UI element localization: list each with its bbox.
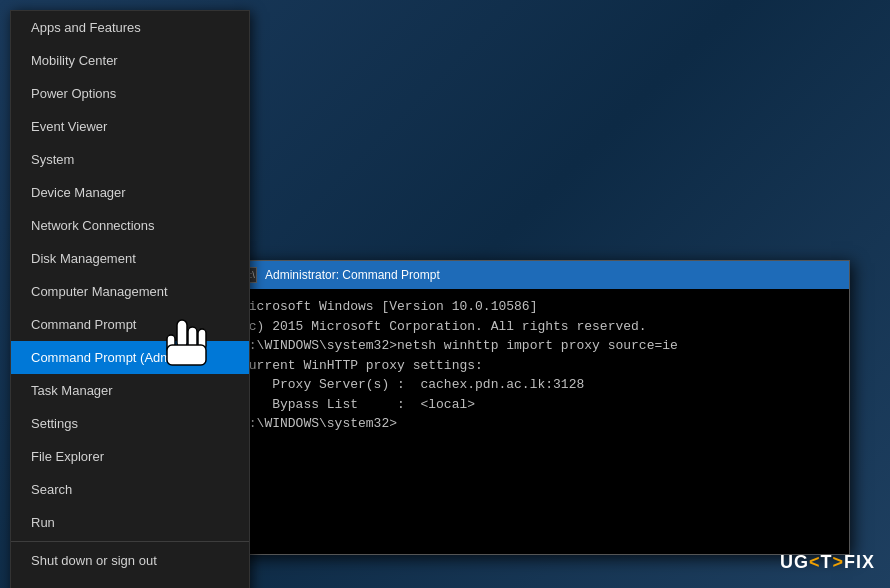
context-menu-item-device-manager[interactable]: Device Manager [11,176,249,209]
cmd-window: C:\ Administrator: Command Prompt Micros… [230,260,850,555]
cmd-content: Microsoft Windows [Version 10.0.10586](c… [231,289,849,554]
context-menu-item-mobility-center[interactable]: Mobility Center [11,44,249,77]
cmd-line: Proxy Server(s) : cachex.pdn.ac.lk:3128 [241,375,839,395]
context-menu-item-search[interactable]: Search [11,473,249,506]
watermark-arrow-right: > [832,552,844,572]
cmd-line: Microsoft Windows [Version 10.0.10586] [241,297,839,317]
watermark-arrow-left: < [809,552,821,572]
context-menu-item-network-connections[interactable]: Network Connections [11,209,249,242]
watermark-t: T [820,552,832,572]
svg-rect-4 [167,345,206,365]
cmd-line: Current WinHTTP proxy settings: [241,356,839,376]
context-menu-item-disk-management[interactable]: Disk Management [11,242,249,275]
cmd-line: C:\WINDOWS\system32> [241,414,839,434]
context-menu-item-event-viewer[interactable]: Event Viewer [11,110,249,143]
cmd-line: (c) 2015 Microsoft Corporation. All righ… [241,317,839,337]
context-menu-item-apps-features[interactable]: Apps and Features [11,11,249,44]
context-menu-item-run[interactable]: Run [11,506,249,539]
cmd-line: C:\WINDOWS\system32>netsh winhttp import… [241,336,839,356]
watermark-prefix: UG [780,552,809,572]
hand-cursor-icon [155,315,215,375]
context-menu-item-desktop[interactable]: Desktop [11,577,249,588]
cmd-title: Administrator: Command Prompt [265,268,440,282]
context-menu-item-power-options[interactable]: Power Options [11,77,249,110]
context-menu-item-settings[interactable]: Settings [11,407,249,440]
context-menu-divider [11,541,249,542]
watermark: UG<T>FIX [780,552,875,573]
context-menu-item-shut-down[interactable]: Shut down or sign out [11,544,249,577]
context-menu-item-computer-management[interactable]: Computer Management [11,275,249,308]
context-menu-item-system[interactable]: System [11,143,249,176]
svg-rect-0 [177,320,187,348]
context-menu: Apps and FeaturesMobility CenterPower Op… [10,10,250,588]
context-menu-item-task-manager[interactable]: Task Manager [11,374,249,407]
watermark-suffix: FIX [844,552,875,572]
cmd-line: Bypass List : <local> [241,395,839,415]
context-menu-item-file-explorer[interactable]: File Explorer [11,440,249,473]
cmd-titlebar: C:\ Administrator: Command Prompt [231,261,849,289]
